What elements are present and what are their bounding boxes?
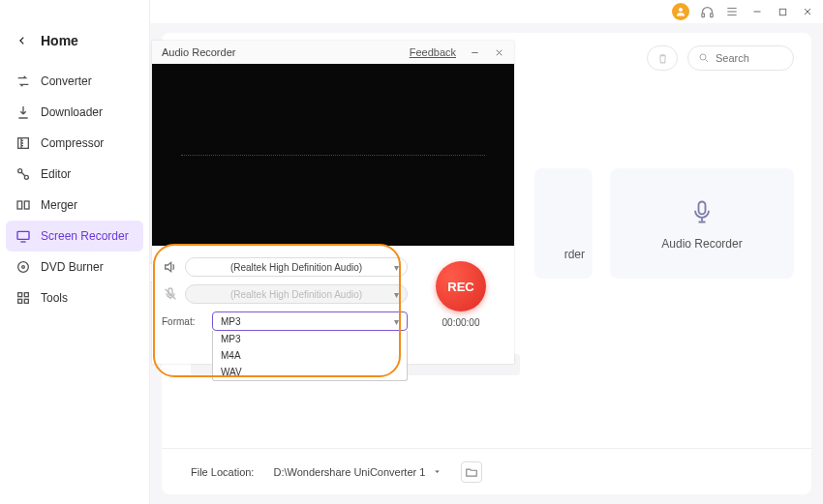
format-option-wav[interactable]: WAV bbox=[213, 364, 407, 380]
svg-point-19 bbox=[22, 266, 25, 269]
sidebar-item-dvd-burner[interactable]: DVD Burner bbox=[6, 252, 143, 282]
svg-rect-20 bbox=[18, 293, 22, 297]
window-close-button[interactable] bbox=[800, 4, 815, 19]
svg-line-13 bbox=[21, 172, 25, 176]
waveform-preview bbox=[152, 64, 514, 246]
record-button-label: REC bbox=[447, 280, 473, 294]
waveform-line bbox=[181, 155, 485, 156]
sidebar-item-label: Downloader bbox=[41, 105, 103, 119]
format-row: Format: MP3 ▾ MP3 M4A WAV bbox=[162, 311, 408, 331]
sidebar-item-label: Merger bbox=[41, 198, 77, 212]
file-location-select[interactable]: D:\Wondershare UniConverter 1 bbox=[273, 466, 442, 478]
sidebar: Home Converter Downloader Compressor Edi… bbox=[0, 0, 150, 504]
modal-minimize-button[interactable] bbox=[470, 47, 480, 58]
modal-titlebar: Audio Recorder Feedback bbox=[152, 41, 514, 64]
sidebar-item-label: Compressor bbox=[41, 136, 104, 150]
sidebar-item-merger[interactable]: Merger bbox=[6, 190, 143, 221]
feature-card-label: rder bbox=[564, 248, 585, 261]
search-input[interactable] bbox=[716, 52, 783, 64]
sidebar-item-editor[interactable]: Editor bbox=[6, 159, 143, 190]
folder-icon bbox=[465, 465, 478, 479]
svg-point-18 bbox=[18, 262, 29, 273]
sidebar-item-compressor[interactable]: Compressor bbox=[6, 128, 143, 159]
file-location-label: File Location: bbox=[191, 466, 254, 478]
sidebar-item-label: Tools bbox=[41, 291, 68, 305]
chevron-down-icon bbox=[433, 467, 442, 476]
recorder-panel: (Realtek High Definition Audio) ▾ (Realt… bbox=[152, 246, 514, 364]
feedback-link[interactable]: Feedback bbox=[410, 46, 456, 58]
speaker-device-value: (Realtek High Definition Audio) bbox=[230, 262, 362, 273]
sidebar-item-label: Converter bbox=[41, 74, 92, 88]
microphone-icon bbox=[686, 196, 717, 227]
format-option-mp3[interactable]: MP3 bbox=[213, 331, 407, 347]
record-timer: 00:00:00 bbox=[442, 317, 480, 328]
svg-rect-22 bbox=[18, 299, 22, 303]
sidebar-item-screen-recorder[interactable]: Screen Recorder bbox=[6, 221, 143, 252]
svg-rect-21 bbox=[24, 293, 28, 297]
compressor-icon bbox=[15, 135, 31, 151]
chevron-down-icon: ▾ bbox=[394, 316, 399, 327]
menu-icon[interactable] bbox=[724, 4, 740, 19]
footer: File Location: D:\Wondershare UniConvert… bbox=[162, 448, 811, 494]
search-icon bbox=[698, 52, 710, 64]
merger-icon bbox=[15, 197, 31, 213]
svg-marker-27 bbox=[436, 470, 441, 473]
sidebar-item-label: Editor bbox=[41, 167, 71, 181]
format-value: MP3 bbox=[221, 316, 241, 327]
window-minimize-button[interactable] bbox=[749, 4, 765, 19]
speaker-row: (Realtek High Definition Audio) ▾ bbox=[162, 257, 408, 277]
modal-title-text: Audio Recorder bbox=[162, 46, 235, 58]
svg-rect-7 bbox=[779, 9, 785, 15]
sidebar-item-label: DVD Burner bbox=[41, 260, 104, 274]
microphone-device-value: (Realtek High Definition Audio) bbox=[230, 289, 362, 300]
chevron-down-icon: ▾ bbox=[394, 289, 399, 300]
record-button[interactable]: REC bbox=[436, 261, 486, 311]
format-dropdown-menu: MP3 M4A WAV bbox=[212, 331, 408, 381]
sidebar-item-tools[interactable]: Tools bbox=[6, 282, 143, 313]
tools-icon bbox=[15, 290, 31, 306]
svg-line-25 bbox=[706, 60, 709, 63]
audio-recorder-modal: Audio Recorder Feedback (Realtek High De… bbox=[152, 41, 514, 364]
svg-rect-2 bbox=[710, 13, 713, 16]
format-select[interactable]: MP3 ▾ bbox=[212, 311, 408, 331]
sidebar-item-label: Screen Recorder bbox=[41, 229, 129, 243]
svg-rect-23 bbox=[24, 299, 28, 303]
open-folder-button[interactable] bbox=[461, 461, 482, 483]
microphone-row: (Realtek High Definition Audio) ▾ bbox=[162, 284, 408, 304]
search-field[interactable] bbox=[687, 45, 794, 71]
user-icon bbox=[675, 6, 686, 17]
converter-icon bbox=[15, 74, 31, 89]
dvd-icon bbox=[15, 259, 31, 275]
delete-button[interactable] bbox=[647, 45, 678, 71]
svg-rect-16 bbox=[17, 231, 29, 239]
svg-point-24 bbox=[700, 54, 706, 60]
download-icon bbox=[15, 104, 31, 120]
feature-card-audio-recorder[interactable]: Audio Recorder bbox=[610, 168, 794, 279]
chevron-down-icon: ▾ bbox=[394, 262, 399, 273]
trash-icon bbox=[656, 52, 669, 65]
speaker-device-select[interactable]: (Realtek High Definition Audio) ▾ bbox=[185, 257, 408, 277]
modal-close-button[interactable] bbox=[494, 47, 504, 58]
svg-point-0 bbox=[679, 8, 683, 12]
svg-rect-14 bbox=[17, 201, 22, 209]
svg-rect-15 bbox=[24, 201, 29, 209]
file-location-path: D:\Wondershare UniConverter 1 bbox=[273, 466, 425, 478]
headphones-icon[interactable] bbox=[699, 4, 715, 19]
feature-card-partial[interactable]: rder bbox=[534, 168, 593, 279]
microphone-device-select[interactable]: (Realtek High Definition Audio) ▾ bbox=[185, 284, 408, 304]
sidebar-item-converter[interactable]: Converter bbox=[6, 66, 143, 97]
sidebar-home[interactable]: Home bbox=[0, 27, 149, 62]
sidebar-item-downloader[interactable]: Downloader bbox=[6, 97, 143, 128]
screen-recorder-icon bbox=[15, 228, 31, 244]
feature-card-label: Audio Recorder bbox=[661, 237, 742, 251]
format-option-m4a[interactable]: M4A bbox=[213, 347, 407, 364]
back-icon bbox=[17, 36, 27, 45]
sidebar-home-label: Home bbox=[41, 33, 78, 48]
svg-rect-26 bbox=[699, 202, 706, 215]
format-label: Format: bbox=[162, 316, 204, 327]
window-maximize-button[interactable] bbox=[775, 4, 790, 19]
user-avatar[interactable] bbox=[672, 3, 689, 20]
microphone-muted-icon[interactable] bbox=[162, 285, 179, 303]
svg-rect-1 bbox=[701, 13, 704, 16]
speaker-icon[interactable] bbox=[162, 258, 179, 276]
